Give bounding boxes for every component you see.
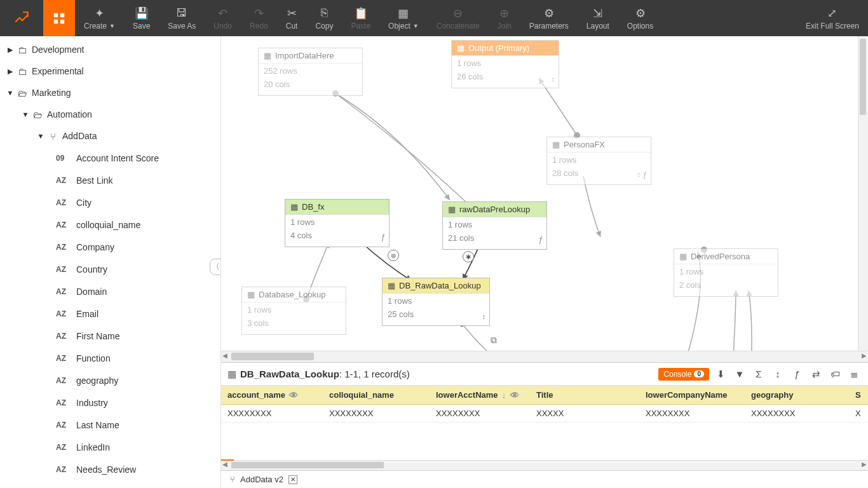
tree-column-item[interactable]: AZNeeds_Review <box>0 458 220 480</box>
options-label: Options <box>627 22 653 30</box>
sigma-icon[interactable]: Σ <box>751 369 766 379</box>
parameters-button[interactable]: ⚙ Parameters <box>520 0 578 36</box>
create-button[interactable]: ✦ Create▼ <box>75 0 124 36</box>
object-button[interactable]: ▦ Object▼ <box>379 0 428 36</box>
tree-column-item[interactable]: AZLast Name <box>0 414 220 436</box>
fx-icon[interactable]: ƒ <box>789 369 804 379</box>
list-icon[interactable]: ≣ <box>846 369 862 380</box>
sort-icon[interactable]: ↕ <box>770 369 785 379</box>
column-name: Account Intent Score <box>76 153 159 163</box>
tree-label: Experimental <box>32 66 84 76</box>
filter-icon[interactable]: ▼ <box>732 369 747 379</box>
col-lower-company[interactable]: lowerCompanyName <box>639 390 745 400</box>
node-dblookup[interactable]: ▦Database_Lookup 1 rows3 cols <box>241 287 346 335</box>
canvas-mode-button[interactable] <box>43 0 75 36</box>
node-title: PersonaFX <box>564 140 605 149</box>
table-icon: ▦ <box>679 252 687 261</box>
cut-button[interactable]: ✂ Cut <box>277 0 307 36</box>
svg-rect-0 <box>54 13 58 17</box>
tree-column-item[interactable]: AZCompany <box>0 236 220 258</box>
chevron-down-icon: ▼ <box>5 89 15 97</box>
collapse-sidebar-button[interactable]: 〈 <box>210 259 221 275</box>
tree-item-automation[interactable]: ▼ 🗁 Automation <box>0 104 220 125</box>
tree-column-item[interactable]: AZcolloquial_name <box>0 214 220 236</box>
hidden-icon: 👁 <box>510 390 519 400</box>
tree-column-item[interactable]: AZIndustry <box>0 391 220 414</box>
tag-icon[interactable]: 🏷 <box>827 369 843 379</box>
concatenate-button[interactable]: ⊖ Concatenate <box>428 0 489 36</box>
table-row[interactable]: XXXXXXXX XXXXXXXX XXXXXXXX XXXXX XXXXXXX… <box>221 405 868 423</box>
node-personafx[interactable]: ▦PersonaFX 1 rows28 cols↕ ƒ <box>546 137 651 185</box>
join-config-icon[interactable]: ✱ <box>463 251 474 262</box>
close-tab-button[interactable]: ✕ <box>288 475 297 484</box>
tree-column-item[interactable]: AZBest Link <box>0 169 220 191</box>
table-icon: ▦ <box>290 202 298 212</box>
node-cols: 25 cols <box>388 308 484 322</box>
sidebar-tree[interactable]: ▶ 🗀 Development ▶ 🗀 Experimental ▼ 🗁 Mar… <box>0 36 221 488</box>
parameters-label: Parameters <box>529 22 569 30</box>
undo-button[interactable]: ↶ Undo <box>205 0 241 36</box>
download-icon[interactable]: ⬇ <box>713 369 728 380</box>
tree-column-item[interactable]: AZCountry <box>0 258 220 280</box>
tree-column-item[interactable]: AZLinkedIn <box>0 436 220 458</box>
paste-button[interactable]: 📋 Paste <box>342 0 379 36</box>
tab-label[interactable]: AddData v2 <box>240 475 283 484</box>
swap-icon[interactable]: ⇄ <box>808 369 824 380</box>
tree-item-development[interactable]: ▶ 🗀 Development <box>0 39 220 60</box>
column-name: Last Name <box>76 420 119 430</box>
node-rawpre[interactable]: ▦rawDataPreLookup 1 rows21 colsƒ <box>442 201 547 250</box>
tree-column-item[interactable]: AZEmail <box>0 302 220 325</box>
sort-icon: ↕ <box>552 74 555 85</box>
tree-column-item[interactable]: AZCity <box>0 191 220 214</box>
join-button[interactable]: ⊕ Join <box>489 0 520 36</box>
copy-button[interactable]: ⎘ Copy <box>306 0 342 36</box>
col-overflow[interactable]: S <box>849 390 868 400</box>
undo-label: Undo <box>214 22 232 30</box>
column-name: First Name <box>76 331 119 341</box>
col-colloquial[interactable]: colloquial_name <box>323 390 430 400</box>
table-hscroll[interactable]: ◀ ▶ <box>221 460 868 470</box>
undo-icon: ↶ <box>218 6 227 20</box>
tree-column-item[interactable]: AZPersona <box>0 480 220 488</box>
redo-button[interactable]: ↷ Redo <box>241 0 277 36</box>
layout-button[interactable]: ⇲ Layout <box>578 0 618 36</box>
node-cols: 3 cols <box>247 317 341 330</box>
canvas-vscroll[interactable] <box>858 36 868 351</box>
exit-fullscreen-button[interactable]: ⤢ Exit Full Screen <box>797 0 868 36</box>
node-output[interactable]: ▦Output (Primary) 1 rows26 cols↕ <box>451 40 559 88</box>
tree-item-adddata[interactable]: ▼ ⑂ AddData <box>0 125 220 147</box>
tree-column-item[interactable]: AZDomain <box>0 280 220 302</box>
node-derived[interactable]: ▦DerivedPersona 1 rows2 cols <box>674 248 778 297</box>
app-logo[interactable] <box>0 0 43 36</box>
copy-label: Copy <box>315 22 333 30</box>
join-config-icon[interactable]: ⊜ <box>388 250 399 261</box>
tree-column-item[interactable]: AZgeography <box>0 369 220 391</box>
tree-column-item[interactable]: AZFirst Name <box>0 325 220 347</box>
canvas-hscroll[interactable]: ◀ ▶ <box>221 351 868 362</box>
node-rows: 1 rows <box>679 266 773 279</box>
type-badge: AZ <box>56 421 72 430</box>
tree-label: Automation <box>47 109 92 119</box>
cell: XXXXXXXX <box>745 409 849 418</box>
toolbar: ✦ Create▼ 💾 Save 🖫 Save As ↶ Undo ↷ Redo… <box>0 0 868 36</box>
console-button[interactable]: Console0 <box>658 368 709 381</box>
tree-column-item[interactable]: 09Account Intent Score <box>0 147 220 169</box>
options-button[interactable]: ⚙ Options <box>618 0 662 36</box>
type-badge: AZ <box>56 243 72 252</box>
node-dbfx[interactable]: ▦DB_fx 1 rows4 colsƒ <box>285 199 390 247</box>
workflow-canvas[interactable]: ▦ImportDataHere 252 rows20 cols ▦Output … <box>221 36 868 351</box>
console-label: Console <box>663 370 691 379</box>
type-badge: AZ <box>56 465 72 474</box>
tree-column-item[interactable]: AZFunction <box>0 347 220 369</box>
col-lower-acct[interactable]: lowerAcctName↓👁 <box>430 390 530 400</box>
col-title[interactable]: Title <box>530 390 639 400</box>
tree-item-marketing[interactable]: ▼ 🗁 Marketing <box>0 82 220 104</box>
node-import[interactable]: ▦ImportDataHere 252 rows20 cols <box>258 48 363 96</box>
save-as-button[interactable]: 🖫 Save As <box>159 0 205 36</box>
col-account-name[interactable]: account_name👁 <box>221 390 323 400</box>
col-geography[interactable]: geography <box>745 390 849 400</box>
tree-item-experimental[interactable]: ▶ 🗀 Experimental <box>0 60 220 82</box>
save-button[interactable]: 💾 Save <box>124 0 159 36</box>
node-dbraw[interactable]: ▦DB_RawData_Lookup 1 rows25 cols↕ <box>382 278 490 326</box>
duplicate-icon[interactable]: ⧉ <box>491 335 501 345</box>
